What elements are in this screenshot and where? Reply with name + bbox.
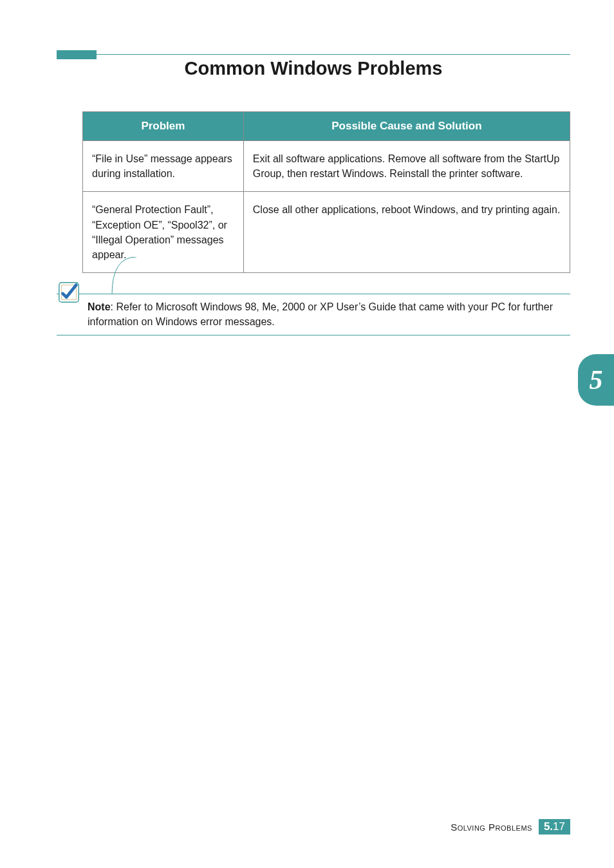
footer-page-num: 17 xyxy=(553,820,565,833)
chapter-tab: 5 xyxy=(578,354,614,406)
note-block: Note: Refer to Microsoft Windows 98, Me,… xyxy=(57,294,570,335)
header-bar-block xyxy=(57,50,97,59)
table-row: “General Protection Fault”, “Exception O… xyxy=(83,192,570,273)
cell-solution: Close all other applications, reboot Win… xyxy=(243,192,570,273)
footer: Solving Problems 5.17 xyxy=(451,819,570,835)
cell-problem: “File in Use” message appears during ins… xyxy=(83,141,244,192)
table-row: “File in Use” message appears during ins… xyxy=(83,141,570,192)
note-body: : Refer to Microsoft Windows 98, Me, 200… xyxy=(88,301,553,327)
header-bar-line xyxy=(97,54,570,55)
footer-chapter-num: 5. xyxy=(544,820,553,833)
footer-section-label: Solving Problems xyxy=(451,822,532,833)
page-title: Common Windows Problems xyxy=(57,58,570,79)
header-solution: Possible Cause and Solution xyxy=(243,112,570,141)
header-problem: Problem xyxy=(83,112,244,141)
footer-page-number: 5.17 xyxy=(539,819,570,835)
note-bold-label: Note xyxy=(88,301,111,312)
problems-table-container: Problem Possible Cause and Solution “Fil… xyxy=(82,111,570,273)
note-text: Note: Refer to Microsoft Windows 98, Me,… xyxy=(88,299,570,329)
note-icon xyxy=(57,280,81,305)
problems-table: Problem Possible Cause and Solution “Fil… xyxy=(82,111,570,273)
cell-problem: “General Protection Fault”, “Exception O… xyxy=(83,192,244,273)
table-header-row: Problem Possible Cause and Solution xyxy=(83,112,570,141)
cell-solution: Exit all software applications. Remove a… xyxy=(243,141,570,192)
chapter-number: 5 xyxy=(590,364,603,395)
header-decoration: Common Windows Problems xyxy=(57,0,570,79)
